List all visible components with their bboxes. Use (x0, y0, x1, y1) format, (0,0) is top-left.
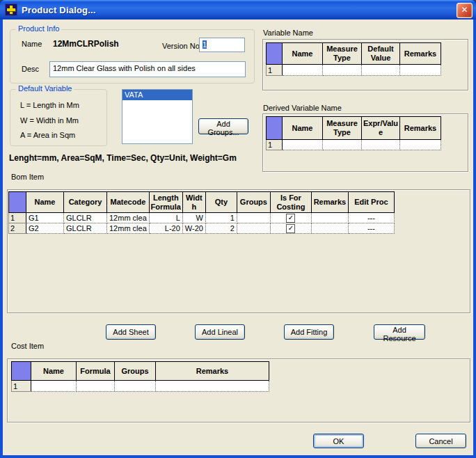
groups-listbox[interactable]: VATA (122, 89, 193, 144)
table-cell[interactable] (400, 140, 441, 150)
table-cell[interactable]: 1 (205, 213, 237, 223)
table-cell[interactable]: W (182, 213, 205, 223)
table-cell[interactable] (115, 381, 156, 392)
desc-input[interactable]: 12mm Clear Glass with Polish on all side… (49, 61, 246, 77)
selected-text: 1 (203, 40, 207, 49)
version-no-label: Version No (162, 42, 200, 50)
is-for-costing-checkbox[interactable]: ✓ (286, 214, 295, 223)
default-variable-line-w: W = Width in Mm (20, 116, 79, 125)
column-header: Category (64, 192, 107, 213)
column-header: Expr/Value (362, 117, 400, 140)
variable-name-panel: NameMeasure TypeDefault ValueRemarks1 (262, 39, 468, 90)
grid-corner-cell (12, 362, 31, 381)
row-number-cell: 1 (267, 65, 283, 76)
table-cell[interactable] (323, 140, 362, 150)
column-header: Name (26, 192, 64, 213)
name-label: Name (22, 40, 42, 48)
derived-variable-panel: NameMeasure TypeExpr/ValueRemarks1 (262, 113, 468, 172)
grid-corner-cell (9, 192, 26, 213)
table-cell[interactable] (362, 65, 400, 76)
table-cell[interactable]: 12mm clea (107, 223, 150, 234)
table-cell[interactable] (311, 223, 348, 234)
table-cell[interactable] (362, 140, 400, 150)
grid-corner-cell (267, 43, 283, 65)
table-cell[interactable]: --- (348, 213, 394, 223)
column-header: Default Value (362, 43, 400, 65)
column-header: Formula (77, 362, 115, 381)
column-header: Measure Type (323, 43, 362, 65)
table-cell[interactable]: W-20 (182, 223, 205, 234)
table-cell[interactable]: ✓ (270, 213, 311, 223)
table-cell[interactable]: GLCLR (64, 213, 107, 223)
add-lineal-button[interactable]: Add Lineal (195, 324, 245, 340)
cost-item-section-label: Cost Item (11, 342, 44, 350)
column-header: Groups (115, 362, 156, 381)
table-cell[interactable] (323, 65, 362, 76)
row-number-cell: 2 (9, 223, 26, 234)
table-row: 1 (12, 381, 269, 392)
cost-item-panel: NameFormulaGroupsRemarks1 (7, 358, 470, 423)
app-plus-icon (5, 3, 17, 16)
column-header: Remarks (400, 43, 441, 65)
table-cell[interactable] (77, 381, 115, 392)
table-cell[interactable]: 12mm clea (107, 213, 150, 223)
table-cell[interactable] (31, 381, 77, 392)
table-cell[interactable]: G2 (26, 223, 64, 234)
version-no-input[interactable]: 1 (199, 38, 245, 52)
column-header: Name (283, 117, 323, 140)
column-header: Qty (205, 192, 237, 213)
table-cell[interactable]: --- (348, 223, 394, 234)
product-info-group-label: Product Info (16, 24, 61, 33)
column-header: Name (283, 43, 323, 65)
ok-button[interactable]: OK (313, 434, 364, 448)
is-for-costing-checkbox[interactable]: ✓ (286, 224, 295, 233)
variable-name-section-label: Variable Name (263, 29, 313, 37)
table-cell[interactable]: ✓ (270, 223, 311, 234)
list-item[interactable]: VATA (122, 90, 192, 100)
table-cell[interactable] (311, 213, 348, 223)
table-row: 1 (267, 140, 441, 150)
row-number-cell: 1 (267, 140, 283, 150)
column-header: Width (182, 192, 205, 213)
dialog-body: Product Info Name 12MmCLRPolish Version … (3, 19, 473, 455)
table-cell[interactable]: G1 (26, 213, 64, 223)
column-header: Matecode (107, 192, 150, 213)
column-header: Name (31, 362, 77, 381)
table-row: 2G2GLCLR12mm cleaL-20W-202✓--- (9, 223, 395, 234)
table-row: 1 (267, 65, 441, 76)
table-cell[interactable]: L-20 (149, 223, 182, 234)
column-header: Measure Type (323, 117, 362, 140)
bom-item-section-label: Bom Item (11, 173, 44, 181)
column-header: Edit Proc (348, 192, 394, 213)
close-button[interactable]: ✕ (457, 3, 473, 18)
column-header: Remarks (156, 362, 269, 381)
product-name-value: 12MmCLRPolish (53, 39, 119, 49)
units-note: Lenght=mm, Area=SqM, Time=Sec, Qty=Unit,… (9, 153, 237, 163)
add-groups-button[interactable]: Add Groups... (198, 118, 248, 134)
add-resource-button[interactable]: Add Resource (374, 324, 425, 340)
cancel-button[interactable]: Cancel (415, 434, 466, 448)
table-cell[interactable]: L (149, 213, 182, 223)
product-info-groupbox: Product Info Name 12MmCLRPolish Version … (10, 29, 255, 84)
table-cell[interactable] (156, 381, 269, 392)
column-header: Length Formula (149, 192, 182, 213)
table-cell[interactable] (237, 223, 270, 234)
default-variable-line-a: A = Area in Sqm (20, 131, 75, 139)
desc-label: Desc (22, 65, 39, 73)
add-sheet-button[interactable]: Add Sheet (106, 324, 156, 340)
table-cell[interactable] (400, 65, 441, 76)
grid-corner-cell (267, 117, 283, 140)
column-header: Remarks (400, 117, 441, 140)
row-number-cell: 1 (9, 213, 26, 223)
table-cell[interactable]: 2 (205, 223, 237, 234)
table-cell[interactable] (283, 140, 323, 150)
table-cell[interactable]: GLCLR (64, 223, 107, 234)
window-title: Product Dialog... (22, 5, 96, 15)
table-cell[interactable] (283, 65, 323, 76)
bom-item-panel: NameCategoryMatecodeLength FormulaWidthQ… (7, 189, 470, 313)
add-fitting-button[interactable]: Add Fitting (284, 324, 334, 340)
table-cell[interactable] (237, 213, 270, 223)
column-header: Groups (237, 192, 270, 213)
title-bar[interactable]: Product Dialog... ✕ (0, 0, 476, 19)
default-variable-line-l: L = Length in Mm (20, 101, 79, 109)
